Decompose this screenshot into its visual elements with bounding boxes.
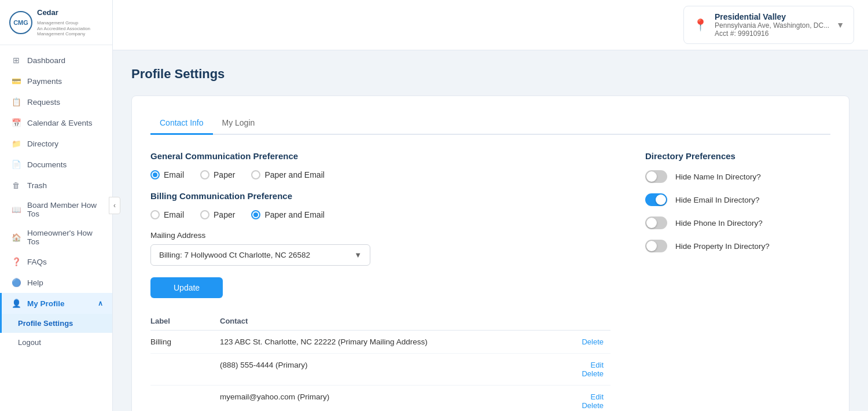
- sidebar-item-profile-settings[interactable]: Profile Settings: [0, 314, 112, 333]
- sidebar-label-directory: Directory: [27, 140, 58, 148]
- sidebar-item-documents[interactable]: 📄 Documents: [0, 154, 112, 175]
- sidebar-item-help[interactable]: 🔵 Help: [0, 272, 112, 293]
- mailing-address-value: Billing: 7 Hollywood Ct Charlotte, NC 26…: [159, 251, 310, 259]
- logo-name: CedarManagement Group: [37, 8, 103, 26]
- hide-property-toggle[interactable]: [645, 240, 667, 252]
- general-comm-radio-group: Email Paper Paper and Email: [150, 170, 610, 179]
- sidebar-item-calendar[interactable]: 📅 Calendar & Events: [0, 112, 112, 133]
- sidebar-item-requests[interactable]: 📋 Requests: [0, 91, 112, 112]
- sidebar: CMG CedarManagement Group An Accredited …: [0, 0, 113, 411]
- chevron-down-icon: ▼: [836, 20, 844, 30]
- logo-icon: CMG: [9, 11, 32, 34]
- contact-value-address: 123 ABC St. Charlotte, NC 22222 (Primary…: [220, 331, 564, 354]
- radio-paper-email-label: Paper and Email: [264, 170, 325, 179]
- sidebar-label-board-how-tos: Board Member How Tos: [27, 201, 103, 218]
- general-comm-email[interactable]: Email: [150, 170, 184, 179]
- sidebar-item-directory[interactable]: 📁 Directory: [0, 133, 112, 154]
- sidebar-label-homeowner-how-tos: Homeowner's How Tos: [27, 229, 103, 246]
- hide-phone-toggle[interactable]: [645, 216, 667, 229]
- sidebar-label-logout: Logout: [18, 338, 41, 347]
- contact-value-phone: (888) 555-4444 (Primary): [220, 354, 564, 386]
- page-content: Profile Settings Contact Info My Login G…: [113, 50, 868, 411]
- directory-prefs-title: Directory Preferences: [645, 151, 830, 161]
- hide-phone-pref: Hide Phone In Directory?: [645, 216, 830, 229]
- sidebar-label-calendar: Calendar & Events: [27, 119, 93, 127]
- faqs-icon: ❓: [11, 256, 21, 267]
- sidebar-label-requests: Requests: [27, 98, 60, 107]
- delete-address-link[interactable]: Delete: [564, 337, 604, 346]
- col-actions-header: [564, 312, 610, 331]
- billing-radio-paper-label: Paper: [214, 210, 235, 219]
- sidebar-item-logout[interactable]: Logout: [0, 333, 112, 352]
- radio-paper-email-btn: [251, 170, 260, 179]
- hide-property-label: Hide Property In Directory?: [675, 242, 770, 251]
- edit-email-primary-link[interactable]: Edit: [564, 392, 604, 401]
- trash-icon: 🗑: [11, 180, 21, 190]
- billing-radio-email-btn: [150, 210, 160, 219]
- hide-property-pref: Hide Property In Directory?: [645, 240, 830, 252]
- delete-phone-link[interactable]: Delete: [564, 369, 604, 378]
- right-column: Directory Preferences Hide Name In Direc…: [645, 151, 830, 411]
- sidebar-nav: ⊞ Dashboard 💳 Payments 📋 Requests 📅 Cale…: [0, 45, 112, 411]
- mailing-address-label: Mailing Address: [150, 231, 610, 240]
- expand-icon: ∧: [98, 299, 103, 307]
- contact-table: Label Contact Billing 123 ABC St. Charlo…: [150, 312, 610, 411]
- left-column: General Communication Preference Email P…: [150, 151, 610, 411]
- sidebar-label-trash: Trash: [27, 181, 47, 190]
- billing-comm-email[interactable]: Email: [150, 210, 184, 219]
- hide-email-pref: Hide Email In Directory?: [645, 193, 830, 206]
- sidebar-collapse-button[interactable]: ‹: [109, 197, 120, 214]
- edit-phone-link[interactable]: Edit: [564, 361, 604, 369]
- sidebar-label-dashboard: Dashboard: [27, 56, 65, 65]
- sidebar-item-board-how-tos[interactable]: 📖 Board Member How Tos: [0, 196, 112, 223]
- sidebar-label-faqs: FAQs: [27, 258, 47, 266]
- update-button[interactable]: Update: [150, 277, 223, 298]
- dropdown-chevron-icon: ▼: [354, 251, 362, 259]
- sidebar-label-profile-settings: Profile Settings: [18, 319, 73, 328]
- tab-contact-info[interactable]: Contact Info: [150, 112, 213, 135]
- hide-name-toggle[interactable]: [645, 170, 667, 183]
- sidebar-item-homeowner-how-tos[interactable]: 🏠 Homeowner's How Tos: [0, 223, 112, 251]
- billing-radio-paper-email-btn: [251, 210, 260, 219]
- mailing-address-dropdown[interactable]: Billing: 7 Hollywood Ct Charlotte, NC 26…: [150, 244, 370, 266]
- radio-paper-btn: [200, 170, 209, 179]
- hide-name-pref: Hide Name In Directory?: [645, 170, 830, 183]
- general-comm-paper-and-email[interactable]: Paper and Email: [251, 170, 325, 179]
- billing-radio-email-label: Email: [164, 210, 184, 219]
- general-comm-paper[interactable]: Paper: [200, 170, 235, 179]
- billing-radio-paper-email-label: Paper and Email: [264, 210, 325, 219]
- tab-my-login[interactable]: My Login: [213, 112, 264, 135]
- documents-icon: 📄: [11, 159, 21, 170]
- two-column-layout: General Communication Preference Email P…: [150, 151, 830, 411]
- delete-email-primary-link[interactable]: Delete: [564, 401, 604, 410]
- tabs: Contact Info My Login: [150, 112, 830, 135]
- sidebar-item-faqs[interactable]: ❓ FAQs: [0, 251, 112, 272]
- sidebar-item-dashboard[interactable]: ⊞ Dashboard: [0, 50, 112, 71]
- hide-email-toggle[interactable]: [645, 193, 667, 206]
- billing-comm-paper[interactable]: Paper: [200, 210, 235, 219]
- billing-radio-paper-btn: [200, 210, 209, 219]
- location-selector[interactable]: 📍 Presidential Valley Pennsylvania Ave, …: [683, 6, 854, 44]
- billing-comm-paper-and-email[interactable]: Paper and Email: [251, 210, 325, 219]
- calendar-icon: 📅: [11, 118, 21, 128]
- sidebar-item-my-profile[interactable]: 👤 My Profile ∧: [0, 293, 112, 314]
- sidebar-label-documents: Documents: [27, 160, 67, 169]
- main-content: 📍 Presidential Valley Pennsylvania Ave, …: [113, 0, 868, 411]
- col-contact-header: Contact: [220, 312, 564, 331]
- location-pin-icon: 📍: [693, 18, 708, 32]
- col-label-header: Label: [150, 312, 220, 331]
- contact-value-email-primary: myemail@yahoo.com (Primary): [220, 386, 564, 412]
- sidebar-item-payments[interactable]: 💳 Payments: [0, 71, 112, 91]
- requests-icon: 📋: [11, 97, 21, 107]
- sidebar-label-payments: Payments: [27, 77, 62, 86]
- location-name: Presidential Valley: [715, 12, 829, 21]
- homeowner-icon: 🏠: [11, 232, 21, 243]
- radio-paper-label: Paper: [214, 170, 235, 179]
- hide-email-label: Hide Email In Directory?: [675, 196, 760, 204]
- sidebar-item-trash[interactable]: 🗑 Trash: [0, 175, 112, 196]
- billing-comm-title: Billing Communication Preference: [150, 191, 610, 201]
- help-icon: 🔵: [11, 277, 21, 288]
- logo-area: CMG CedarManagement Group An Accredited …: [0, 0, 112, 45]
- settings-card: Contact Info My Login General Communicat…: [131, 96, 849, 411]
- table-row: myemail@yahoo.com (Primary) Edit Delete: [150, 386, 610, 412]
